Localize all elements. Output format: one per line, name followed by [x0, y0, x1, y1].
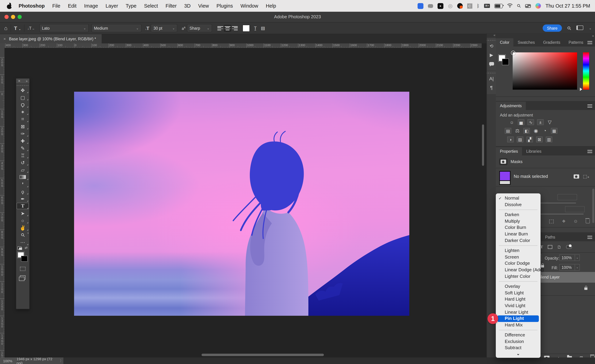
blend-menu-scroll-icon[interactable]: ⌄ [496, 351, 541, 357]
gradient-map-icon[interactable]: ▥ [546, 136, 552, 142]
minimize-window-button[interactable] [11, 15, 15, 19]
hue-slider[interactable] [583, 52, 589, 90]
blend-mode-hard-mix[interactable]: Hard Mix [496, 322, 541, 328]
frame-tool[interactable]: ⊠ [16, 123, 29, 130]
swap-colors-icon[interactable]: ⇄ [25, 246, 28, 250]
menu-type[interactable]: Type [122, 3, 140, 9]
collapse-dock-icon[interactable]: « [487, 33, 496, 38]
text-color-swatch[interactable] [242, 25, 250, 32]
mask-visibility-icon[interactable]: ⊙ [574, 219, 577, 224]
crop-tool[interactable]: ⌗ [16, 115, 29, 123]
menubar-clock[interactable]: Thu Oct 27 1:55 PM [545, 3, 590, 9]
expand-dock-icon[interactable]: » [592, 34, 593, 38]
siri-icon[interactable] [535, 3, 541, 9]
color-balance-icon[interactable]: ⚖ [514, 128, 520, 133]
density-value-box[interactable] [557, 194, 577, 200]
spiral-app-icon[interactable]: ◎ [448, 3, 453, 9]
type-tool-preset-icon[interactable]: T ⌄ [14, 25, 21, 31]
layers-menu-icon[interactable] [588, 235, 592, 239]
blend-mode-darken[interactable]: Darken [496, 212, 541, 218]
selective-color-icon[interactable]: ⊠ [536, 136, 543, 142]
eyedropper-tool[interactable]: ✑ [16, 130, 29, 137]
record-app-icon[interactable] [457, 3, 462, 9]
blend-mode-linear-dodge-add-[interactable]: Linear Dodge (Add) [496, 267, 541, 273]
canvas-vertical-scrollbar[interactable] [482, 48, 484, 357]
color-panel-swatches[interactable] [499, 55, 509, 65]
bluetooth-icon[interactable]: ᛒ [477, 3, 480, 9]
black-white-icon[interactable]: ◧ [523, 128, 530, 134]
blend-mode-exclusion[interactable]: Exclusion [496, 338, 541, 345]
invert-icon[interactable]: ◑ [507, 136, 514, 142]
menu-file[interactable]: File [48, 3, 64, 9]
fill-value[interactable]: 100%⌄ [559, 264, 580, 271]
menu-plugins[interactable]: Plugins [213, 3, 237, 9]
mask-selection-icon[interactable] [549, 219, 554, 223]
blend-mode-hard-light[interactable]: Hard Light [496, 296, 541, 303]
blend-mode-darker-color[interactable]: Darker Color [496, 237, 541, 244]
opacity-value[interactable]: 100%⌄ [559, 254, 580, 261]
blend-mode-linear-light[interactable]: Linear Light [496, 309, 541, 315]
marquee-tool[interactable]: ▢ [16, 94, 29, 101]
gradient-tool[interactable] [16, 173, 29, 181]
zoom-window-button[interactable] [18, 15, 22, 19]
paragraph-panel-icon[interactable]: ¶ [487, 83, 496, 92]
eraser-tool[interactable]: ▱ [16, 166, 29, 173]
blend-mode-overlay[interactable]: Overlay [496, 283, 541, 290]
spotlight-icon[interactable]: ⚲ [517, 3, 521, 9]
apply-mask-icon[interactable]: ❖ [562, 219, 566, 224]
type-tool[interactable]: T [16, 202, 29, 210]
feather-value-box[interactable] [565, 206, 585, 212]
menu-select[interactable]: Select [140, 3, 162, 9]
blend-mode-multiply[interactable]: Multiply [496, 218, 541, 225]
tools-close-icon[interactable]: ✕ [18, 79, 21, 83]
foreground-background-swatches[interactable] [18, 252, 28, 262]
history-panel-icon[interactable]: ⟲ [487, 41, 496, 50]
shape-tool[interactable]: ○ [16, 217, 29, 224]
blend-mode-pin-light[interactable]: Pin Light [497, 315, 539, 322]
blend-mode-subtract[interactable]: Subtract [496, 345, 541, 351]
keyboard-window-icon[interactable]: ⌘≡ [484, 4, 490, 8]
properties-scrollbar[interactable] [592, 189, 594, 223]
lasso-tool[interactable]: Ϙ [16, 101, 29, 108]
menu-edit[interactable]: Edit [64, 3, 80, 9]
add-vector-mask-button[interactable]: ⬚₊ [583, 174, 589, 179]
text-orientation-icon[interactable]: ↓T→ [27, 26, 35, 30]
tab-gradients[interactable]: Gradients [539, 38, 565, 47]
search-icon[interactable]: ⚲ [566, 25, 573, 31]
actions-panel-icon[interactable]: ▶ [487, 50, 496, 59]
canvas-viewport[interactable] [5, 48, 482, 357]
tab-color[interactable]: Color [496, 38, 514, 47]
properties-menu-icon[interactable] [588, 149, 592, 154]
blend-mode-soft-light[interactable]: Soft Light [496, 290, 541, 296]
workspace-icon[interactable] [577, 25, 583, 31]
hue-slider-handle[interactable] [580, 87, 582, 91]
color-menu-icon[interactable] [588, 40, 592, 45]
exposure-icon[interactable]: ± [537, 119, 544, 125]
canvas-image[interactable] [74, 92, 409, 316]
tab-patterns[interactable]: Patterns [564, 38, 588, 47]
move-tool[interactable]: ✥ [16, 86, 29, 94]
tab-libraries[interactable]: Libraries [522, 147, 545, 156]
tab-paths[interactable]: Paths [541, 233, 559, 241]
quick-selection-tool[interactable]: ✶ [16, 108, 29, 115]
menu-view[interactable]: View [194, 3, 212, 9]
document-dimensions[interactable]: 1946 px x 1298 px (72 ppi)〉 [16, 357, 64, 364]
saturation-brightness-box[interactable] [513, 52, 577, 90]
delete-mask-icon[interactable] [586, 219, 590, 223]
quick-mask-button[interactable] [16, 265, 29, 272]
warp-text-icon[interactable]: T̰ [254, 26, 257, 31]
font-family-select[interactable]: Lato⌄ [39, 24, 88, 32]
vibrance-icon[interactable]: ▽ [547, 119, 553, 124]
comments-panel-icon[interactable] [487, 59, 496, 68]
tab-swatches[interactable]: Swatches [514, 38, 539, 47]
pen-tool[interactable]: ✒ [16, 195, 29, 202]
messages-icon[interactable] [428, 4, 433, 8]
blend-mode-difference[interactable]: Difference [496, 332, 541, 338]
home-icon[interactable]: ⌂ [4, 25, 7, 31]
menu-window[interactable]: Window [237, 3, 262, 9]
wifi-icon[interactable] [507, 3, 513, 9]
path-select-tool[interactable]: ➤ [16, 210, 29, 217]
filter-type-icon[interactable]: T [540, 244, 543, 250]
add-layer-mask-button[interactable] [574, 174, 579, 180]
battery-icon[interactable] [494, 4, 503, 8]
